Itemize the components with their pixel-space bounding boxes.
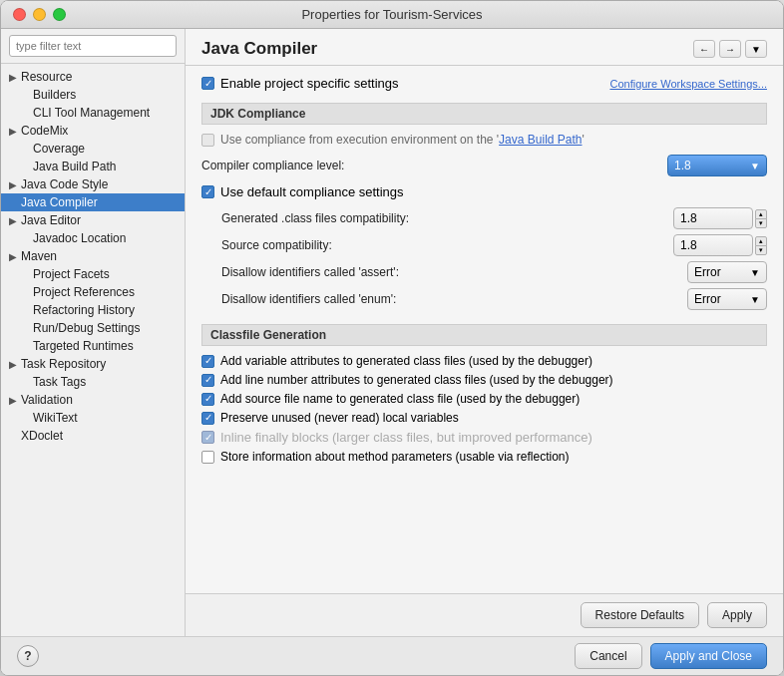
use-compliance-label: Use compliance from execution environmen…	[220, 133, 585, 147]
sidebar-item-run-debug-settings[interactable]: Run/Debug Settings	[1, 319, 185, 337]
classfile-item-1: Add line number attributes to generated …	[201, 373, 767, 387]
classfile-checkbox-5[interactable]	[201, 451, 214, 464]
source-compat-dropdown[interactable]: 1.8	[673, 234, 753, 256]
restore-defaults-button[interactable]: Restore Defaults	[581, 602, 699, 628]
panel-header: Java Compiler ← → ▼	[186, 29, 783, 66]
sidebar-item-java-build-path[interactable]: Java Build Path	[1, 158, 185, 175]
jdk-section-header: JDK Compliance	[201, 103, 767, 125]
sidebar-item-xdoclet[interactable]: XDoclet	[1, 427, 185, 445]
sidebar-item-project-facets[interactable]: Project Facets	[1, 265, 185, 283]
sidebar-item-java-code-style[interactable]: ▶Java Code Style	[1, 175, 185, 193]
source-compat-spinner: ▴ ▾	[755, 236, 767, 255]
sidebar-item-maven[interactable]: ▶Maven	[1, 247, 185, 265]
classfile-item-3: Preserve unused (never read) local varia…	[201, 411, 767, 425]
sidebar-item-javadoc-location[interactable]: Javadoc Location	[1, 229, 185, 247]
sidebar-item-label-targeted-runtimes: Targeted Runtimes	[33, 339, 134, 353]
generated-class-spinner: ▴ ▾	[755, 209, 767, 228]
sidebar-item-cli-tool-management[interactable]: CLI Tool Management	[1, 104, 185, 122]
classfile-checkbox-3[interactable]	[201, 412, 214, 425]
tree-arrow-codemix: ▶	[9, 126, 21, 137]
classfile-checkbox-0[interactable]	[201, 355, 214, 368]
classfile-checkbox-2[interactable]	[201, 393, 214, 406]
apply-button[interactable]: Apply	[707, 602, 767, 628]
sidebar-item-targeted-runtimes[interactable]: Targeted Runtimes	[1, 337, 185, 355]
sidebar-item-label-wikitext: WikiText	[33, 411, 78, 425]
close-button[interactable]	[13, 8, 26, 21]
content-area: ▶ResourceBuildersCLI Tool Management▶Cod…	[1, 29, 783, 636]
panel-content: Enable project specific settings Configu…	[186, 66, 783, 593]
sidebar-item-refactoring-history[interactable]: Refactoring History	[1, 301, 185, 319]
sidebar-item-label-java-editor: Java Editor	[21, 213, 81, 227]
classfile-section: Classfile Generation Add variable attrib…	[201, 324, 767, 464]
disallow-assert-label: Disallow identifiers called 'assert':	[201, 265, 461, 279]
generated-class-wrapper: 1.8 ▴ ▾	[673, 207, 767, 229]
sidebar-item-validation[interactable]: ▶Validation	[1, 391, 185, 409]
enable-checkbox[interactable]	[201, 77, 214, 90]
panel-title: Java Compiler	[201, 39, 317, 59]
compliance-dropdown-arrow: ▼	[750, 161, 760, 171]
disallow-enum-value: Error	[694, 292, 721, 306]
disallow-assert-value: Error	[694, 265, 721, 279]
generated-class-value: 1.8	[680, 211, 697, 225]
sidebar-item-label-cli-tool-management: CLI Tool Management	[33, 106, 150, 120]
java-build-path-link[interactable]: Java Build Path	[499, 133, 582, 147]
sidebar-item-label-java-code-style: Java Code Style	[21, 177, 108, 191]
sidebar-item-project-references[interactable]: Project References	[1, 283, 185, 301]
prev-icon-button[interactable]: ←	[693, 40, 715, 58]
sidebar-item-label-project-facets: Project Facets	[33, 267, 110, 281]
compliance-value: 1.8	[674, 159, 691, 172]
use-default-checkbox[interactable]	[201, 185, 214, 198]
sidebar-item-coverage[interactable]: Coverage	[1, 140, 185, 158]
cancel-button[interactable]: Cancel	[575, 643, 641, 669]
disallow-assert-dropdown[interactable]: Error ▼	[687, 261, 767, 283]
help-button[interactable]: ?	[17, 645, 39, 667]
spin-down-2[interactable]: ▾	[755, 245, 767, 255]
generated-class-dropdown[interactable]: 1.8	[673, 207, 753, 229]
sidebar-item-codemix[interactable]: ▶CodeMix	[1, 122, 185, 140]
sidebar-item-task-repository[interactable]: ▶Task Repository	[1, 355, 185, 373]
classfile-section-header: Classfile Generation	[201, 324, 767, 346]
use-compliance-checkbox	[201, 134, 214, 147]
next-icon-button[interactable]: →	[719, 40, 741, 58]
apply-and-close-button[interactable]: Apply and Close	[650, 643, 767, 669]
compiler-compliance-row: Compiler compliance level: 1.8 ▼	[201, 155, 767, 176]
sidebar-item-label-validation: Validation	[21, 393, 73, 407]
classfile-label-1: Add line number attributes to generated …	[220, 373, 613, 387]
classfile-label-4: Inline finally blocks (larger class file…	[220, 430, 592, 445]
spin-down[interactable]: ▾	[755, 218, 767, 228]
filter-input[interactable]	[9, 35, 177, 57]
bottom-bar: Restore Defaults Apply	[186, 593, 783, 636]
toolbar-icons: ← → ▼	[693, 40, 767, 58]
tree-arrow-validation: ▶	[9, 395, 21, 406]
disallow-enum-dropdown[interactable]: Error ▼	[687, 288, 767, 310]
configure-link[interactable]: Configure Workspace Settings...	[609, 78, 767, 90]
sidebar-item-builders[interactable]: Builders	[1, 86, 185, 104]
filter-wrapper	[1, 29, 185, 64]
tree-arrow-task-repository: ▶	[9, 359, 21, 370]
sidebar-item-java-editor[interactable]: ▶Java Editor	[1, 211, 185, 229]
menu-icon-button[interactable]: ▼	[745, 40, 767, 58]
classfile-label-0: Add variable attributes to generated cla…	[220, 354, 592, 368]
classfile-label-3: Preserve unused (never read) local varia…	[220, 411, 459, 425]
classfile-checkbox-1[interactable]	[201, 374, 214, 387]
generated-class-row: Generated .class files compatibility: 1.…	[201, 207, 767, 229]
enum-arrow: ▼	[750, 294, 760, 305]
sidebar-item-java-compiler[interactable]: Java Compiler	[1, 193, 185, 211]
sidebar-item-label-project-references: Project References	[33, 285, 135, 299]
sidebar-item-task-tags[interactable]: Task Tags	[1, 373, 185, 391]
sidebar-item-resource[interactable]: ▶Resource	[1, 68, 185, 86]
sidebar-item-wikitext[interactable]: WikiText	[1, 409, 185, 427]
tree-arrow-java-editor: ▶	[9, 215, 21, 226]
enable-left: Enable project specific settings	[201, 76, 398, 91]
compliance-dropdown[interactable]: 1.8 ▼	[667, 155, 767, 176]
footer-buttons: Cancel Apply and Close	[575, 643, 767, 669]
minimize-button[interactable]	[33, 8, 46, 21]
source-compat-row: Source compatibility: 1.8 ▴ ▾	[201, 234, 767, 256]
main-panel: Java Compiler ← → ▼ Enable project speci…	[186, 29, 783, 636]
maximize-button[interactable]	[53, 8, 66, 21]
classfile-checkbox-4	[201, 431, 214, 444]
use-default-row: Use default compliance settings	[201, 184, 767, 199]
sidebar-item-label-maven: Maven	[21, 249, 57, 263]
classfile-item-5: Store information about method parameter…	[201, 450, 767, 464]
assert-arrow: ▼	[750, 267, 760, 278]
